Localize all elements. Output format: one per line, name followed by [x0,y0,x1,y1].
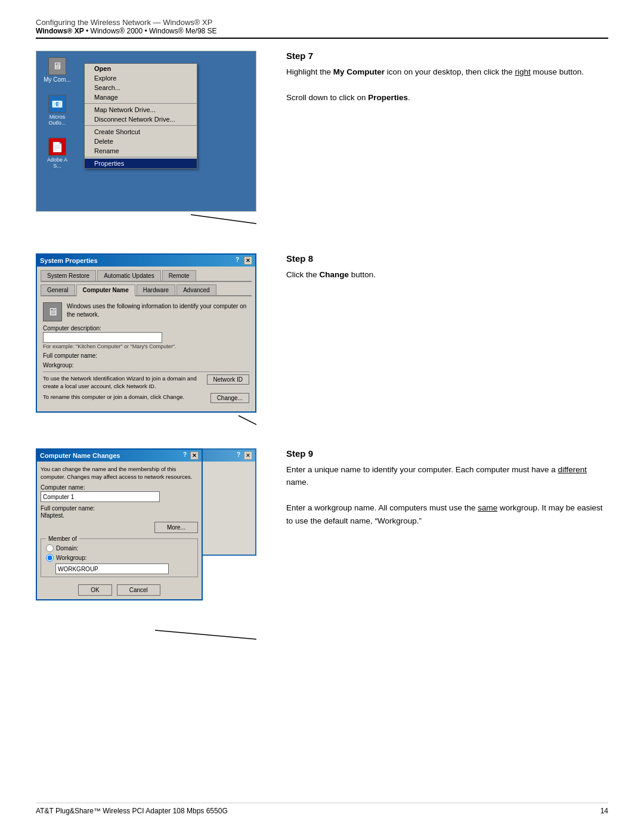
computer-name-changes-dialog: Computer Name Changes ? ✕ You can change… [36,448,203,601]
step7-bold-properties: Properties [368,93,408,102]
sysprop-network-id-text: To use the Network Identification Wizard… [43,374,203,391]
cnc-computer-name-label: Computer name: [41,484,198,491]
sysprop-tabs-row1: System Restore Automatic Updates Remote [41,270,252,282]
step8-bold-change: Change [320,270,349,279]
desktop-icon-adobe[interactable]: 📄 Adobe AS... [42,138,72,169]
cnc-workgroup-input[interactable] [55,563,169,574]
step7-bold-mycomputer: My Computer [333,67,385,76]
step9-screenshot: System Properties ? ✕ Remote Advanced co… [36,448,256,645]
cnc-full-computer-name-label: Full computer name: [41,505,198,512]
sysprop-titlebar: System Properties ? ✕ [37,255,255,267]
step7-description: Highlight the My Computer icon on your d… [286,66,608,104]
sysprop-info-box: 🖥 Windows uses the following information… [43,302,249,321]
context-menu-item-search[interactable]: Search... [85,83,197,92]
desktop-icon-outlook[interactable]: 📧 MicrosOutlo... [42,95,72,126]
step8-arrow [36,413,256,431]
step9-row: System Properties ? ✕ Remote Advanced co… [36,448,608,645]
cnc-workgroup-radio[interactable] [46,554,54,562]
cnc-help-btn: ? [183,451,187,460]
context-menu-item-delete[interactable]: Delete [85,137,197,146]
full-computer-name-field: Full computer name: [43,352,249,359]
change-button[interactable]: Change... [210,393,249,403]
outlook-icon: 📧 [48,95,66,113]
context-menu-item-open[interactable]: Open [85,64,197,73]
page: Configuring the Wireless Network — Windo… [0,0,644,833]
header-subtitle: Windows® XP • Windows® 2000 • Windows® M… [36,27,608,35]
system-properties-dialog: System Properties ? ✕ System Restore Aut… [36,253,256,413]
tab-general[interactable]: General [41,284,75,295]
sysprop-network-id-row: To use the Network Identification Wizard… [43,374,249,391]
context-menu-divider-3 [85,157,197,157]
sysprop-info-text: Windows uses the following information t… [67,302,249,319]
context-menu-item-disconnect-network[interactable]: Disconnect Network Drive... [85,114,197,124]
step7-row: 🖥 My Com... 📧 MicrosOutlo... 📄 Adobe AS.… [36,51,608,236]
cnc-domain-radio[interactable] [46,544,54,552]
tab-computer-name[interactable]: Computer Name [76,284,135,296]
network-id-button[interactable]: Network ID [207,374,249,385]
sysprop-change-row: To rename this computer or join a domain… [43,393,249,403]
context-menu-divider-1 [85,103,197,104]
tab-remote[interactable]: Remote [162,270,196,281]
header-subtitle-bold: Windows® XP [36,27,84,35]
step9-underline-different: different [558,465,587,474]
step7-arrow [36,212,256,236]
cnc-title: Computer Name Changes [40,452,120,459]
desktop-icon-mycomputer[interactable]: 🖥 My Com... [42,57,72,83]
context-menu-item-manage[interactable]: Manage [85,92,197,102]
tab-advanced[interactable]: Advanced [177,284,216,295]
computer-description-input[interactable] [43,332,162,343]
adobe-label: Adobe AS... [47,157,67,169]
context-menu-item-explore[interactable]: Explore [85,73,197,83]
svg-line-0 [191,215,256,224]
cnc-workgroup-label: Workgroup: [56,555,87,561]
bg-sysprop-close: ✕ [244,451,252,460]
cnc-more-button[interactable]: More... [154,522,198,533]
adobe-icon: 📄 [48,138,66,156]
step9-underline-same: same [478,503,497,512]
cnc-body: You can change the name and the membersh… [37,462,202,581]
context-menu-item-create-shortcut[interactable]: Create Shortcut [85,127,197,137]
cnc-ok-button[interactable]: OK [78,584,112,596]
step9-arrow [36,627,256,645]
cnc-close-btn[interactable]: ✕ [190,451,199,460]
step8-description: Click the Change button. [286,268,608,281]
tab-hardware[interactable]: Hardware [137,284,175,295]
sysprop-title: System Properties [40,257,98,264]
cnc-full-computer-name-value: Nfaptest. [41,512,198,519]
context-menu-item-properties[interactable]: Properties [85,159,197,168]
cnc-computer-name-input[interactable] [41,491,160,502]
step8-screenshot: System Properties ? ✕ System Restore Aut… [36,253,256,431]
cnc-cancel-button[interactable]: Cancel [117,584,160,596]
header-title: Configuring the Wireless Network — Windo… [36,18,608,27]
sysprop-tabs-row2: General Computer Name Hardware Advanced [41,284,252,296]
tab-system-restore[interactable]: System Restore [41,270,96,281]
header-subtitle-rest: • Windows® 2000 • Windows® Me/98 SE [84,27,217,35]
cnc-computer-name-field: Computer name: [41,484,198,502]
computer-description-label: Computer description: [43,325,249,332]
my-computer-icon: 🖥 [48,57,66,75]
cnc-dialog-buttons: OK Cancel [37,581,202,599]
context-menu-item-map-network[interactable]: Map Network Drive... [85,105,197,114]
cnc-more-btn-container: More... [41,522,198,533]
sysprop-close-btn[interactable]: ✕ [244,256,252,265]
context-menu-item-rename[interactable]: Rename [85,146,197,156]
bg-sysprop-help: ? [237,451,240,460]
sysprop-change-text: To rename this computer or join a domain… [43,393,207,401]
workgroup-label: Workgroup: [43,362,249,368]
workgroup-field: Workgroup: [43,362,249,368]
cnc-titlebar-btns: ? ✕ [183,451,199,460]
full-computer-name-label: Full computer name: [43,352,249,359]
sysprop-content: 🖥 Windows uses the following information… [41,300,252,408]
bg-sysprop-btns: ? ✕ [237,451,252,460]
cnc-titlebar: Computer Name Changes ? ✕ [37,450,202,462]
tab-automatic-updates[interactable]: Automatic Updates [97,270,161,281]
sysprop-titlebar-buttons: ? ✕ [236,256,252,265]
step8-row: System Properties ? ✕ System Restore Aut… [36,253,608,431]
desktop-icons: 🖥 My Com... 📧 MicrosOutlo... 📄 Adobe AS.… [42,57,72,169]
cnc-description: You can change the name and the membersh… [41,465,198,481]
step7-text: Step 7 Highlight the My Computer icon on… [274,51,608,104]
footer: AT&T Plug&Share™ Wireless PCI Adapter 10… [36,803,608,815]
cnc-full-computer-name-field: Full computer name: Nfaptest. [41,505,198,519]
my-computer-label: My Com... [44,76,71,83]
sysprop-bottom-section: To use the Network Identification Wizard… [43,371,249,403]
